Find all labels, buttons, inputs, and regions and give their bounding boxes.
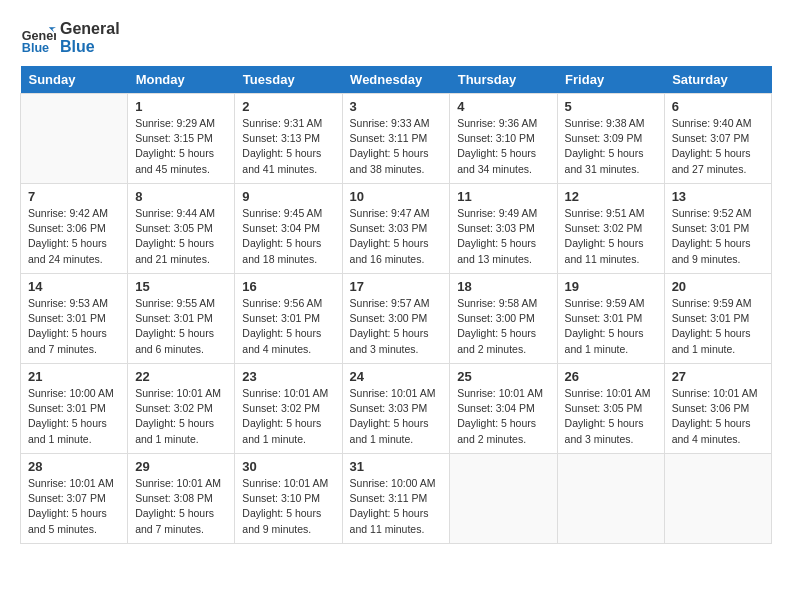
- calendar-week-5: 28Sunrise: 10:01 AMSunset: 3:07 PMDaylig…: [21, 454, 772, 544]
- logo-icon: General Blue: [20, 20, 56, 56]
- day-info: Sunrise: 9:57 AMSunset: 3:00 PMDaylight:…: [350, 296, 443, 357]
- weekday-header-tuesday: Tuesday: [235, 66, 342, 94]
- calendar-cell: 1Sunrise: 9:29 AMSunset: 3:15 PMDaylight…: [128, 94, 235, 184]
- day-number: 20: [672, 279, 764, 294]
- weekday-header-sunday: Sunday: [21, 66, 128, 94]
- calendar-cell: [557, 454, 664, 544]
- day-info: Sunrise: 10:01 AMSunset: 3:04 PMDaylight…: [457, 386, 549, 447]
- logo: General Blue General Blue: [20, 20, 120, 56]
- calendar-week-2: 7Sunrise: 9:42 AMSunset: 3:06 PMDaylight…: [21, 184, 772, 274]
- calendar-cell: [664, 454, 771, 544]
- weekday-header-monday: Monday: [128, 66, 235, 94]
- day-info: Sunrise: 10:01 AMSunset: 3:05 PMDaylight…: [565, 386, 657, 447]
- calendar-cell: 5Sunrise: 9:38 AMSunset: 3:09 PMDaylight…: [557, 94, 664, 184]
- calendar-cell: 2Sunrise: 9:31 AMSunset: 3:13 PMDaylight…: [235, 94, 342, 184]
- page-header: General Blue General Blue: [20, 20, 772, 56]
- day-number: 24: [350, 369, 443, 384]
- weekday-header-saturday: Saturday: [664, 66, 771, 94]
- calendar-cell: [450, 454, 557, 544]
- calendar-cell: 7Sunrise: 9:42 AMSunset: 3:06 PMDaylight…: [21, 184, 128, 274]
- calendar-cell: 24Sunrise: 10:01 AMSunset: 3:03 PMDaylig…: [342, 364, 450, 454]
- calendar-cell: 18Sunrise: 9:58 AMSunset: 3:00 PMDayligh…: [450, 274, 557, 364]
- day-number: 15: [135, 279, 227, 294]
- calendar-cell: 26Sunrise: 10:01 AMSunset: 3:05 PMDaylig…: [557, 364, 664, 454]
- day-number: 11: [457, 189, 549, 204]
- day-info: Sunrise: 9:59 AMSunset: 3:01 PMDaylight:…: [565, 296, 657, 357]
- calendar-cell: 23Sunrise: 10:01 AMSunset: 3:02 PMDaylig…: [235, 364, 342, 454]
- day-number: 31: [350, 459, 443, 474]
- calendar-cell: 30Sunrise: 10:01 AMSunset: 3:10 PMDaylig…: [235, 454, 342, 544]
- calendar-cell: 6Sunrise: 9:40 AMSunset: 3:07 PMDaylight…: [664, 94, 771, 184]
- day-number: 16: [242, 279, 334, 294]
- day-info: Sunrise: 10:01 AMSunset: 3:07 PMDaylight…: [28, 476, 120, 537]
- calendar-cell: 29Sunrise: 10:01 AMSunset: 3:08 PMDaylig…: [128, 454, 235, 544]
- day-number: 17: [350, 279, 443, 294]
- day-number: 5: [565, 99, 657, 114]
- day-number: 14: [28, 279, 120, 294]
- day-info: Sunrise: 9:29 AMSunset: 3:15 PMDaylight:…: [135, 116, 227, 177]
- calendar-cell: [21, 94, 128, 184]
- day-number: 27: [672, 369, 764, 384]
- day-info: Sunrise: 10:01 AMSunset: 3:08 PMDaylight…: [135, 476, 227, 537]
- calendar-table: SundayMondayTuesdayWednesdayThursdayFrid…: [20, 66, 772, 544]
- calendar-week-1: 1Sunrise: 9:29 AMSunset: 3:15 PMDaylight…: [21, 94, 772, 184]
- day-number: 25: [457, 369, 549, 384]
- calendar-cell: 4Sunrise: 9:36 AMSunset: 3:10 PMDaylight…: [450, 94, 557, 184]
- day-number: 29: [135, 459, 227, 474]
- logo-general: General: [60, 20, 120, 38]
- day-number: 18: [457, 279, 549, 294]
- calendar-cell: 19Sunrise: 9:59 AMSunset: 3:01 PMDayligh…: [557, 274, 664, 364]
- svg-text:Blue: Blue: [22, 41, 49, 55]
- day-info: Sunrise: 9:51 AMSunset: 3:02 PMDaylight:…: [565, 206, 657, 267]
- calendar-cell: 16Sunrise: 9:56 AMSunset: 3:01 PMDayligh…: [235, 274, 342, 364]
- day-number: 13: [672, 189, 764, 204]
- day-info: Sunrise: 9:45 AMSunset: 3:04 PMDaylight:…: [242, 206, 334, 267]
- calendar-cell: 15Sunrise: 9:55 AMSunset: 3:01 PMDayligh…: [128, 274, 235, 364]
- day-number: 4: [457, 99, 549, 114]
- weekday-header-thursday: Thursday: [450, 66, 557, 94]
- day-number: 21: [28, 369, 120, 384]
- weekday-header-wednesday: Wednesday: [342, 66, 450, 94]
- day-info: Sunrise: 10:00 AMSunset: 3:01 PMDaylight…: [28, 386, 120, 447]
- calendar-cell: 14Sunrise: 9:53 AMSunset: 3:01 PMDayligh…: [21, 274, 128, 364]
- day-number: 7: [28, 189, 120, 204]
- day-info: Sunrise: 10:01 AMSunset: 3:03 PMDaylight…: [350, 386, 443, 447]
- day-info: Sunrise: 9:58 AMSunset: 3:00 PMDaylight:…: [457, 296, 549, 357]
- calendar-cell: 20Sunrise: 9:59 AMSunset: 3:01 PMDayligh…: [664, 274, 771, 364]
- day-info: Sunrise: 10:01 AMSunset: 3:02 PMDaylight…: [135, 386, 227, 447]
- day-number: 3: [350, 99, 443, 114]
- calendar-week-4: 21Sunrise: 10:00 AMSunset: 3:01 PMDaylig…: [21, 364, 772, 454]
- day-info: Sunrise: 9:38 AMSunset: 3:09 PMDaylight:…: [565, 116, 657, 177]
- calendar-cell: 8Sunrise: 9:44 AMSunset: 3:05 PMDaylight…: [128, 184, 235, 274]
- calendar-week-3: 14Sunrise: 9:53 AMSunset: 3:01 PMDayligh…: [21, 274, 772, 364]
- day-info: Sunrise: 10:01 AMSunset: 3:06 PMDaylight…: [672, 386, 764, 447]
- day-info: Sunrise: 10:01 AMSunset: 3:02 PMDaylight…: [242, 386, 334, 447]
- calendar-cell: 31Sunrise: 10:00 AMSunset: 3:11 PMDaylig…: [342, 454, 450, 544]
- day-info: Sunrise: 9:47 AMSunset: 3:03 PMDaylight:…: [350, 206, 443, 267]
- calendar-cell: 11Sunrise: 9:49 AMSunset: 3:03 PMDayligh…: [450, 184, 557, 274]
- day-number: 23: [242, 369, 334, 384]
- day-number: 12: [565, 189, 657, 204]
- calendar-cell: 17Sunrise: 9:57 AMSunset: 3:00 PMDayligh…: [342, 274, 450, 364]
- day-number: 10: [350, 189, 443, 204]
- logo-blue: Blue: [60, 38, 120, 56]
- day-info: Sunrise: 9:36 AMSunset: 3:10 PMDaylight:…: [457, 116, 549, 177]
- day-number: 22: [135, 369, 227, 384]
- day-number: 9: [242, 189, 334, 204]
- day-info: Sunrise: 9:56 AMSunset: 3:01 PMDaylight:…: [242, 296, 334, 357]
- day-info: Sunrise: 9:59 AMSunset: 3:01 PMDaylight:…: [672, 296, 764, 357]
- day-number: 19: [565, 279, 657, 294]
- day-info: Sunrise: 9:49 AMSunset: 3:03 PMDaylight:…: [457, 206, 549, 267]
- calendar-cell: 22Sunrise: 10:01 AMSunset: 3:02 PMDaylig…: [128, 364, 235, 454]
- day-info: Sunrise: 9:40 AMSunset: 3:07 PMDaylight:…: [672, 116, 764, 177]
- calendar-cell: 9Sunrise: 9:45 AMSunset: 3:04 PMDaylight…: [235, 184, 342, 274]
- calendar-cell: 21Sunrise: 10:00 AMSunset: 3:01 PMDaylig…: [21, 364, 128, 454]
- day-info: Sunrise: 9:52 AMSunset: 3:01 PMDaylight:…: [672, 206, 764, 267]
- day-info: Sunrise: 9:53 AMSunset: 3:01 PMDaylight:…: [28, 296, 120, 357]
- day-number: 30: [242, 459, 334, 474]
- day-info: Sunrise: 10:00 AMSunset: 3:11 PMDaylight…: [350, 476, 443, 537]
- calendar-cell: 27Sunrise: 10:01 AMSunset: 3:06 PMDaylig…: [664, 364, 771, 454]
- calendar-cell: 3Sunrise: 9:33 AMSunset: 3:11 PMDaylight…: [342, 94, 450, 184]
- calendar-cell: 10Sunrise: 9:47 AMSunset: 3:03 PMDayligh…: [342, 184, 450, 274]
- calendar-cell: 13Sunrise: 9:52 AMSunset: 3:01 PMDayligh…: [664, 184, 771, 274]
